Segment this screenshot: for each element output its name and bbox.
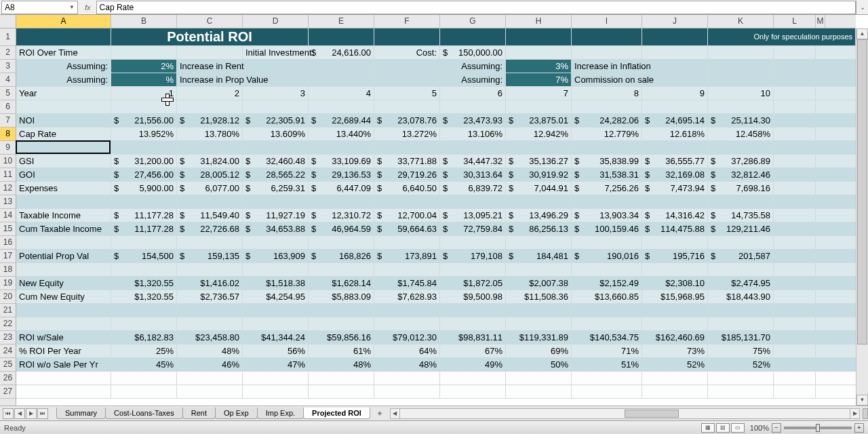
cell[interactable] — [16, 304, 111, 317]
cell[interactable]: $11,927.19 — [243, 209, 309, 222]
row-header-11[interactable]: 11 — [0, 168, 16, 182]
cell[interactable] — [111, 236, 177, 249]
cell[interactable]: 3% — [506, 60, 572, 73]
formula-input[interactable]: Cap Rate — [96, 1, 856, 14]
cell[interactable]: $201,587 — [708, 250, 774, 262]
cell[interactable] — [374, 304, 440, 317]
cell[interactable] — [642, 236, 708, 249]
cell[interactable]: $22,726.68 — [177, 222, 243, 235]
cell[interactable] — [774, 250, 816, 262]
cell[interactable]: $32,169.08 — [642, 168, 708, 181]
cell[interactable] — [177, 372, 243, 384]
cell[interactable] — [774, 222, 816, 235]
horizontal-scrollbar[interactable]: ◀ ▶ — [390, 408, 860, 419]
row-header-27[interactable]: 27 — [0, 385, 16, 399]
cell[interactable] — [774, 127, 816, 140]
cell[interactable] — [774, 331, 816, 344]
vscroll-thumb[interactable] — [857, 39, 867, 344]
cell[interactable] — [708, 263, 774, 276]
cell[interactable] — [708, 195, 774, 208]
cell[interactable]: $35,136.27 — [506, 155, 572, 167]
cell[interactable]: $32,812.46 — [708, 168, 774, 181]
cell[interactable]: $2,152.49 — [572, 277, 642, 290]
cell[interactable]: 7% — [506, 73, 572, 86]
cell[interactable]: 75% — [708, 344, 774, 357]
cell[interactable]: $1,745.84 — [374, 277, 440, 290]
cell[interactable]: 12.779% — [572, 127, 642, 140]
row-header-24[interactable]: 24 — [0, 344, 16, 358]
cell[interactable]: 8 — [572, 87, 642, 100]
cell[interactable] — [506, 100, 572, 113]
tab-nav-next-icon[interactable]: ▶ — [26, 408, 37, 419]
row-header-8[interactable]: 8 — [0, 127, 16, 141]
cell[interactable]: Initial Investment: — [243, 46, 309, 59]
cell[interactable] — [572, 28, 642, 45]
cell[interactable]: 5 — [374, 87, 440, 100]
cell[interactable] — [642, 141, 708, 154]
row-header-2[interactable]: 2 — [0, 46, 16, 60]
tab-nav-first-icon[interactable]: ⏮ — [3, 408, 14, 419]
cell[interactable]: 48% — [374, 358, 440, 371]
cell[interactable]: 6 — [440, 87, 506, 100]
cell[interactable]: $86,256.13 — [506, 222, 572, 235]
cell[interactable] — [642, 263, 708, 276]
cell[interactable] — [642, 195, 708, 208]
cell[interactable] — [642, 304, 708, 317]
row-header-19[interactable]: 19 — [0, 277, 16, 290]
cell[interactable] — [309, 73, 374, 86]
sheet-tab[interactable]: Summary — [56, 408, 106, 419]
name-box-dropdown-icon[interactable]: ▼ — [69, 4, 75, 10]
cell[interactable]: $34,447.32 — [440, 155, 506, 167]
cell[interactable] — [111, 385, 177, 398]
cell[interactable]: $1,320.55 — [111, 290, 177, 303]
cell[interactable] — [309, 141, 374, 154]
cell[interactable]: 3 — [243, 87, 309, 100]
cell[interactable] — [774, 87, 816, 100]
cell[interactable]: $2,007.38 — [506, 277, 572, 290]
cell[interactable] — [243, 372, 309, 384]
cell[interactable]: $30,919.92 — [506, 168, 572, 181]
sheet-tab[interactable]: Projected ROI — [303, 408, 370, 419]
cell[interactable] — [774, 100, 816, 113]
cell[interactable] — [708, 385, 774, 398]
cell[interactable] — [309, 195, 374, 208]
cell[interactable]: $31,538.31 — [572, 168, 642, 181]
cell[interactable]: $140,534.75 — [572, 331, 642, 344]
cell[interactable]: $2,474.95 — [708, 277, 774, 290]
cell[interactable]: 48% — [309, 358, 374, 371]
row-header-4[interactable]: 4 — [0, 73, 16, 87]
cell[interactable]: $185,131.70 — [708, 331, 774, 344]
cell[interactable]: 7 — [506, 87, 572, 100]
cell[interactable]: $11,177.28 — [111, 222, 177, 235]
cell[interactable]: 69% — [506, 344, 572, 357]
cell[interactable] — [708, 141, 774, 154]
cell[interactable] — [506, 263, 572, 276]
cell[interactable] — [506, 372, 572, 384]
cell[interactable] — [774, 344, 816, 357]
cell[interactable]: $1,872.05 — [440, 277, 506, 290]
cell[interactable]: $22,305.91 — [243, 114, 309, 127]
cell[interactable] — [309, 317, 374, 330]
scroll-up-icon[interactable]: ▲ — [856, 28, 868, 39]
row-header-3[interactable]: 3 — [0, 60, 16, 73]
cell[interactable]: Cum Taxable Income — [16, 222, 111, 235]
cell[interactable] — [16, 100, 111, 113]
cell[interactable]: $18,443.90 — [708, 290, 774, 303]
cell[interactable]: % — [111, 73, 177, 86]
cell[interactable] — [440, 304, 506, 317]
cell[interactable] — [642, 28, 708, 45]
cell[interactable] — [774, 114, 816, 127]
cell[interactable]: Expenses — [16, 182, 111, 195]
cell[interactable] — [572, 195, 642, 208]
row-header-16[interactable]: 16 — [0, 236, 16, 250]
column-header-J[interactable]: J — [642, 15, 708, 28]
row-header-25[interactable]: 25 — [0, 358, 16, 372]
cell[interactable]: $72,759.84 — [440, 222, 506, 235]
cell[interactable]: $32,460.48 — [243, 155, 309, 167]
cell[interactable]: $195,716 — [642, 250, 708, 262]
cell[interactable]: $23,458.80 — [177, 331, 243, 344]
cell[interactable]: $7,473.94 — [642, 182, 708, 195]
cell[interactable]: $12,310.72 — [309, 209, 374, 222]
cell[interactable] — [774, 263, 816, 276]
cell[interactable] — [440, 236, 506, 249]
